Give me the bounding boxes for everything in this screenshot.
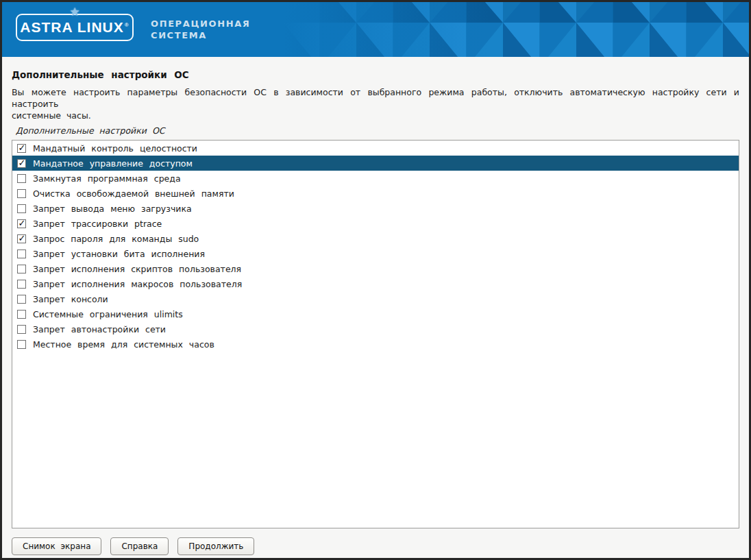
options-list-label: Дополнительные настройки ОС <box>16 125 739 136</box>
checkbox-unchecked-icon[interactable] <box>17 249 26 258</box>
option-label: Мандатный контроль целостности <box>33 143 197 154</box>
list-item[interactable]: Запрет консоли <box>12 291 739 306</box>
list-item[interactable]: Запрос пароля для команды sudo <box>12 231 739 246</box>
option-label: Запрет вывода меню загрузчика <box>33 204 192 214</box>
checkbox-unchecked-icon[interactable] <box>17 280 26 289</box>
astra-linux-logo: ★ ASTRA LINUX® <box>16 14 134 41</box>
page-description: Вы можете настроить параметры безопаснос… <box>12 86 739 121</box>
list-item[interactable]: Мандатный контроль целостности <box>12 141 739 156</box>
header-banner: ★ ASTRA LINUX® ОПЕРАЦИОННАЯ СИСТЕМА <box>2 2 749 57</box>
list-item[interactable]: Запрет вывода меню загрузчика <box>12 201 739 216</box>
checkbox-unchecked-icon[interactable] <box>17 204 26 213</box>
option-label: Очистка освобождаемой внешней памяти <box>33 188 234 199</box>
checkbox-unchecked-icon[interactable] <box>17 310 26 319</box>
star-icon: ★ <box>69 6 79 18</box>
option-label: Запрос пароля для команды sudo <box>33 234 199 244</box>
footer-bar: Снимок экрана Справка Продолжить <box>2 528 749 560</box>
brand-line-1: ОПЕРАЦИОННАЯ <box>151 18 250 29</box>
option-label: Запрет трассировки ptrace <box>33 219 162 229</box>
list-item[interactable]: Запрет автонастройки сети <box>12 321 739 337</box>
brand-text: ОПЕРАЦИОННАЯ СИСТЕМА <box>151 18 250 41</box>
checkbox-unchecked-icon[interactable] <box>17 265 26 273</box>
screenshot-button[interactable]: Снимок экрана <box>12 537 101 555</box>
main-content: Дополнительные настройки ОС Вы можете на… <box>2 57 749 528</box>
checkbox-unchecked-icon[interactable] <box>17 325 26 334</box>
checkbox-unchecked-icon[interactable] <box>17 174 26 183</box>
options-list[interactable]: Мандатный контроль целостностиМандатное … <box>12 140 739 528</box>
option-label: Замкнутая программная среда <box>33 173 181 184</box>
list-item[interactable]: Очистка освобождаемой внешней памяти <box>12 186 739 201</box>
list-item[interactable]: Запрет исполнения макросов пользователя <box>12 276 739 291</box>
option-label: Мандатное управление доступом <box>33 158 193 169</box>
list-item[interactable]: Замкнутая программная среда <box>12 171 739 186</box>
checkbox-checked-icon[interactable] <box>17 234 26 243</box>
logo-text: ASTRA LINUX® <box>20 19 129 36</box>
list-item[interactable]: Запрет трассировки ptrace <box>12 216 739 231</box>
description-line-2: системные часы. <box>12 110 739 121</box>
description-line-1: Вы можете настроить параметры безопаснос… <box>12 86 739 110</box>
option-label: Запрет исполнения скриптов пользователя <box>33 264 241 274</box>
header-diamond-pattern <box>283 2 749 57</box>
checkbox-unchecked-icon[interactable] <box>17 340 26 349</box>
list-item[interactable]: Запрет исполнения скриптов пользователя <box>12 261 739 276</box>
checkbox-checked-icon[interactable] <box>17 159 26 168</box>
option-label: Системные ограничения ulimits <box>33 309 183 319</box>
checkbox-checked-icon[interactable] <box>17 219 26 228</box>
option-label: Местное время для системных часов <box>33 339 214 350</box>
option-label: Запрет установки бита исполнения <box>33 249 205 259</box>
option-label: Запрет консоли <box>33 294 108 304</box>
help-button[interactable]: Справка <box>110 537 169 555</box>
option-label: Запрет исполнения макросов пользователя <box>33 279 242 289</box>
brand-line-2: СИСТЕМА <box>151 29 250 41</box>
list-item[interactable]: Системные ограничения ulimits <box>12 306 739 321</box>
checkbox-unchecked-icon[interactable] <box>17 295 26 304</box>
registered-mark: ® <box>125 22 130 28</box>
checkbox-checked-icon[interactable] <box>17 144 26 153</box>
continue-button[interactable]: Продолжить <box>177 537 254 555</box>
installer-window: ★ ASTRA LINUX® ОПЕРАЦИОННАЯ СИСТЕМА Допо… <box>0 0 751 560</box>
list-item[interactable]: Запрет установки бита исполнения <box>12 246 739 261</box>
list-item[interactable]: Местное время для системных часов <box>12 337 739 352</box>
option-label: Запрет автонастройки сети <box>33 324 166 334</box>
page-title: Дополнительные настройки ОС <box>12 69 739 80</box>
list-item[interactable]: Мандатное управление доступом <box>12 156 739 171</box>
checkbox-unchecked-icon[interactable] <box>17 189 26 198</box>
